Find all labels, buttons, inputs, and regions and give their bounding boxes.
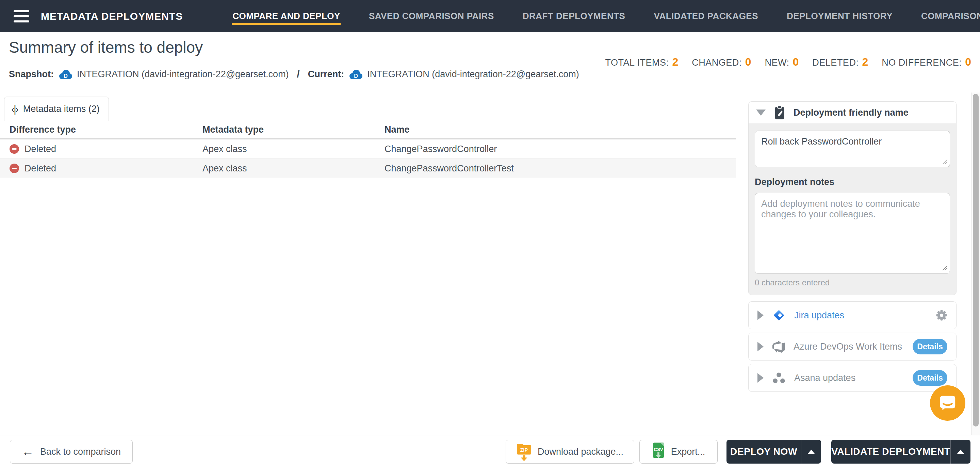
table-header-row: Difference type Metadata type Name (0, 121, 736, 140)
snapshot-label: Snapshot: (9, 69, 54, 79)
org-summary: Snapshot: D INTEGRATION (david-integrati… (9, 69, 579, 80)
friendly-name-input-wrap: Roll back PasswordController (755, 131, 950, 167)
expand-jira-icon[interactable] (757, 311, 764, 320)
difference-type-cell: Deleted (24, 144, 56, 154)
stat-changed: CHANGED: 0 (692, 56, 751, 68)
integration-card-azure-devops: Azure DevOps Work Items Details (748, 333, 956, 360)
content-panel-divider (736, 92, 736, 435)
asana-logo-icon (772, 372, 785, 384)
friendly-name-card: Deployment friendly name Roll back Passw… (748, 102, 956, 295)
caret-up-icon (957, 450, 964, 454)
code-icon: ‹|› (11, 103, 18, 115)
snapshot-org-badge-icon: D (58, 69, 73, 80)
name-cell: ChangePasswordController (385, 144, 736, 154)
svg-text:D: D (354, 73, 358, 79)
metadata-type-cell: Apex class (202, 144, 385, 154)
current-org-name: INTEGRATION (david-integration-22@gearse… (367, 69, 579, 79)
validate-deployment-button[interactable]: VALIDATE DEPLOYMENT (831, 440, 950, 463)
csv-export-icon: CSV (652, 443, 665, 461)
deploy-options-toggle[interactable] (801, 440, 821, 463)
current-org-badge-icon: D (348, 69, 363, 80)
deleted-minus-icon (10, 163, 19, 173)
org-separator: / (297, 69, 300, 80)
azure-devops-label: Azure DevOps Work Items (794, 341, 902, 352)
export-csv-button[interactable]: CSV Export... (640, 440, 718, 463)
back-to-comparison-button[interactable]: ← Back to comparison (10, 440, 133, 463)
validate-deployment-split-button: VALIDATE DEPLOYMENT (831, 440, 970, 463)
friendly-name-input[interactable]: Roll back PasswordController (755, 131, 950, 167)
current-label: Current: (308, 69, 344, 79)
jira-logo-icon (772, 309, 785, 322)
jira-updates-link[interactable]: Jira updates (794, 310, 844, 321)
app-title: METADATA DEPLOYMENTS (41, 11, 183, 22)
friendly-name-header: Deployment friendly name (749, 102, 956, 124)
action-footer: ← Back to comparison ZIP Download packag… (0, 435, 980, 468)
expand-azure-icon[interactable] (757, 342, 764, 351)
collapse-section-icon[interactable] (756, 109, 765, 116)
integration-card-asana: Asana updates Details (748, 364, 956, 392)
name-cell: ChangePasswordControllerTest (385, 163, 736, 174)
stat-new: NEW: 0 (765, 56, 799, 68)
nav-tab-draft-deployments[interactable]: DRAFT DEPLOYMENTS (523, 0, 625, 32)
deployment-notes-label: Deployment notes (755, 177, 950, 187)
deployment-details-panel: Deployment friendly name Roll back Passw… (748, 102, 956, 392)
scrollbar-thumb[interactable] (973, 94, 978, 427)
azure-details-button[interactable]: Details (913, 339, 947, 354)
metadata-items-table: Difference type Metadata type Name Delet… (0, 121, 736, 178)
snapshot-org-name: INTEGRATION (david-integration-22@gearse… (77, 69, 289, 79)
top-nav: METADATA DEPLOYMENTS COMPARE AND DEPLOY … (0, 0, 980, 32)
nav-tab-saved-comparison-pairs[interactable]: SAVED COMPARISON PAIRS (369, 0, 494, 32)
notes-character-counter: 0 characters entered (755, 278, 950, 287)
deployment-notes-input-wrap (755, 193, 950, 274)
zip-package-icon: ZIP (517, 442, 531, 461)
azure-devops-logo-icon (772, 341, 785, 353)
download-package-button[interactable]: ZIP Download package... (506, 440, 634, 463)
column-header-metadata-type: Metadata type (202, 124, 385, 135)
chat-widget-button[interactable] (930, 386, 966, 421)
integration-card-jira: Jira updates (748, 301, 956, 329)
column-header-difference-type: Difference type (10, 124, 202, 135)
vertical-scrollbar (971, 92, 980, 468)
column-header-name: Name (385, 124, 736, 135)
chat-bubble-icon (938, 393, 958, 413)
nav-tabs: COMPARE AND DEPLOY SAVED COMPARISON PAIR… (232, 0, 980, 32)
svg-text:D: D (64, 73, 68, 79)
menu-icon[interactable] (14, 10, 29, 22)
clipboard-pencil-icon (773, 105, 786, 120)
nav-tab-validated-packages[interactable]: VALIDATED PACKAGES (654, 0, 758, 32)
tab-metadata-items[interactable]: ‹|› Metadata items (2) (4, 97, 109, 121)
caret-up-icon (808, 450, 815, 454)
deleted-minus-icon (10, 144, 19, 154)
nav-tab-comparison-history[interactable]: COMPARISON HISTORY (921, 0, 980, 32)
svg-text:CSV: CSV (654, 447, 663, 452)
summary-stats: TOTAL ITEMS: 2 CHANGED: 0 NEW: 0 DELETED… (605, 56, 971, 68)
table-row[interactable]: Deleted Apex class ChangePasswordControl… (0, 140, 736, 159)
nav-tab-compare-and-deploy[interactable]: COMPARE AND DEPLOY (232, 0, 340, 32)
validate-options-toggle[interactable] (950, 440, 970, 463)
table-row[interactable]: Deleted Apex class ChangePasswordControl… (0, 159, 736, 178)
deploy-now-button[interactable]: DEPLOY NOW (727, 440, 801, 463)
friendly-name-body: Roll back PasswordController Deployment … (749, 124, 956, 295)
stat-no-difference: NO DIFFERENCE: 0 (882, 56, 971, 68)
deploy-now-split-button: DEPLOY NOW (727, 440, 821, 463)
asana-details-button[interactable]: Details (913, 370, 947, 386)
asana-updates-label: Asana updates (794, 373, 856, 383)
page-title: Summary of items to deploy (9, 38, 203, 57)
expand-asana-icon[interactable] (757, 373, 764, 382)
nav-tab-deployment-history[interactable]: DEPLOYMENT HISTORY (787, 0, 892, 32)
deployment-notes-input[interactable] (755, 193, 950, 274)
jira-settings-gear-icon[interactable] (936, 309, 947, 321)
back-arrow-icon: ← (22, 446, 34, 458)
stat-deleted: DELETED: 2 (812, 56, 868, 68)
friendly-name-title: Deployment friendly name (794, 108, 908, 118)
svg-text:ZIP: ZIP (520, 447, 528, 453)
difference-type-cell: Deleted (24, 163, 56, 174)
metadata-type-cell: Apex class (202, 163, 385, 174)
stat-total-items: TOTAL ITEMS: 2 (605, 56, 678, 68)
tab-metadata-items-label: Metadata items (2) (23, 104, 100, 114)
